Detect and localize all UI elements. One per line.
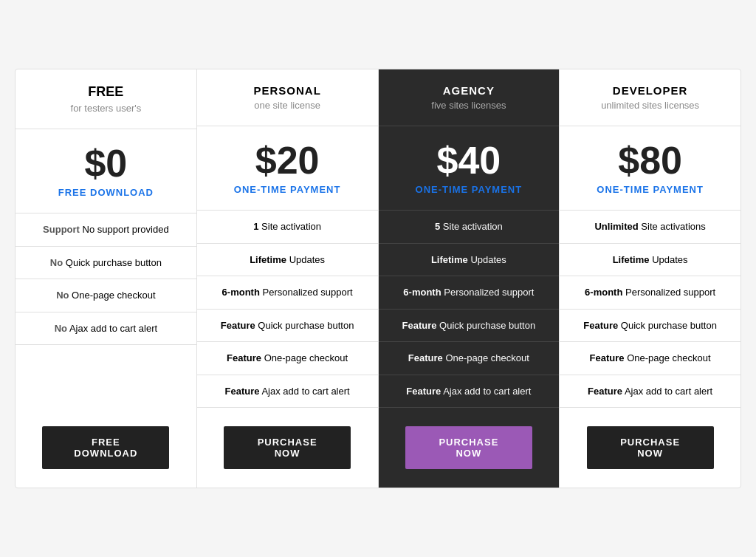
plan-subtitle-agency: five sites licenses <box>390 100 549 111</box>
feature-text-personal-4: One-page checkout <box>261 352 348 363</box>
plan-header-agency: AGENCY five sites licenses <box>379 69 560 126</box>
payment-type-free: FREE DOWNLOAD <box>27 187 185 198</box>
feature-developer-3: Feature Quick purchase button <box>560 310 740 343</box>
plan-cta-developer: PURCHASE NOW <box>560 408 740 488</box>
feature-highlight-agency-2: 6-month <box>403 287 441 298</box>
plan-developer: DEVELOPER unlimited sites licenses $80 O… <box>560 69 740 488</box>
feature-text-personal-0: Site activation <box>258 221 321 232</box>
plan-header-free: FREE for testers user's <box>16 69 196 129</box>
feature-text-developer-1: Updates <box>650 254 688 265</box>
feature-highlight-free-2: No <box>56 290 69 301</box>
feature-text-developer-3: Quick purchase button <box>618 320 717 331</box>
feature-text-developer-0: Site activations <box>639 221 706 232</box>
feature-highlight-free-0: Support <box>43 224 80 235</box>
feature-agency-0: 5 Site activation <box>379 211 560 244</box>
plan-subtitle-personal: one site license <box>208 100 367 111</box>
feature-agency-1: Lifetime Updates <box>379 244 560 277</box>
plan-header-personal: PERSONAL one site license <box>197 69 378 126</box>
feature-free-1: No Quick purchase button <box>16 247 196 280</box>
feature-text-agency-3: Quick purchase button <box>437 320 536 331</box>
feature-personal-0: 1 Site activation <box>197 211 378 244</box>
feature-agency-2: 6-month Personalized support <box>379 276 560 310</box>
feature-text-free-0: No support provided <box>80 224 169 235</box>
payment-type-developer: ONE-TIME PAYMENT <box>571 184 729 195</box>
feature-developer-5: Feature Ajax add to cart alert <box>560 375 740 409</box>
plan-cta-free: FREE DOWNLOAD <box>16 408 196 488</box>
plan-subtitle-free: for testers user's <box>27 103 185 114</box>
feature-personal-1: Lifetime Updates <box>197 244 378 277</box>
plan-price-personal: $20 ONE-TIME PAYMENT <box>197 126 378 211</box>
price-value-developer: $80 <box>571 141 729 180</box>
plan-cta-personal: PURCHASE NOW <box>197 408 378 488</box>
price-value-personal: $20 <box>208 141 367 180</box>
feature-agency-3: Feature Quick purchase button <box>379 310 560 343</box>
plan-header-developer: DEVELOPER unlimited sites licenses <box>560 69 740 126</box>
feature-free-3: No Ajax add to cart alert <box>16 312 196 346</box>
feature-highlight-developer-4: Feature <box>590 352 625 363</box>
plan-name-developer: DEVELOPER <box>571 84 729 97</box>
feature-highlight-developer-2: 6-month <box>585 287 622 298</box>
feature-developer-2: 6-month Personalized support <box>560 276 740 310</box>
feature-highlight-free-1: No <box>50 257 63 268</box>
feature-text-personal-5: Ajax add to cart alert <box>260 386 350 397</box>
feature-highlight-free-3: No <box>55 323 67 334</box>
feature-personal-3: Feature Quick purchase button <box>197 310 378 343</box>
feature-personal-5: Feature Ajax add to cart alert <box>197 375 378 409</box>
plan-price-developer: $80 ONE-TIME PAYMENT <box>560 126 740 211</box>
feature-developer-4: Feature One-page checkout <box>560 342 740 375</box>
feature-text-free-2: One-page checkout <box>69 290 156 301</box>
feature-highlight-personal-3: Feature <box>221 320 255 331</box>
cta-button-agency[interactable]: PURCHASE NOW <box>405 426 532 469</box>
feature-highlight-developer-1: Lifetime <box>613 254 650 265</box>
feature-text-agency-5: Ajax add to cart alert <box>441 386 531 397</box>
price-value-free: $0 <box>27 144 185 182</box>
plan-personal: PERSONAL one site license $20 ONE-TIME P… <box>197 69 379 488</box>
feature-highlight-personal-1: Lifetime <box>250 254 286 265</box>
feature-agency-5: Feature Ajax add to cart alert <box>379 375 560 409</box>
payment-type-personal: ONE-TIME PAYMENT <box>208 184 367 195</box>
feature-highlight-personal-4: Feature <box>227 352 261 363</box>
feature-highlight-agency-3: Feature <box>402 320 437 331</box>
feature-text-personal-1: Updates <box>286 254 325 265</box>
plan-price-agency: $40 ONE-TIME PAYMENT <box>379 126 560 211</box>
feature-free-0: Support No support provided <box>16 213 196 247</box>
plan-price-free: $0 FREE DOWNLOAD <box>16 129 196 213</box>
plan-agency: AGENCY five sites licenses $40 ONE-TIME … <box>379 69 560 488</box>
plan-subtitle-developer: unlimited sites licenses <box>571 100 729 111</box>
plan-cta-agency: PURCHASE NOW <box>379 408 560 488</box>
feature-agency-4: Feature One-page checkout <box>379 342 560 375</box>
plan-name-agency: AGENCY <box>390 84 549 97</box>
feature-text-developer-5: Ajax add to cart alert <box>622 386 712 397</box>
feature-text-free-1: Quick purchase button <box>63 257 162 268</box>
feature-developer-1: Lifetime Updates <box>560 244 740 277</box>
feature-text-personal-3: Quick purchase button <box>255 320 354 331</box>
feature-text-free-3: Ajax add to cart alert <box>67 323 157 334</box>
pricing-table: FREE for testers user's $0 FREE DOWNLOAD… <box>15 69 741 488</box>
feature-highlight-developer-3: Feature <box>583 320 618 331</box>
plan-free: FREE for testers user's $0 FREE DOWNLOAD… <box>16 69 197 488</box>
feature-text-agency-4: One-page checkout <box>443 352 529 363</box>
feature-highlight-developer-5: Feature <box>588 386 622 397</box>
price-value-agency: $40 <box>390 141 549 180</box>
feature-developer-0: Unlimited Site activations <box>560 211 740 244</box>
feature-free-2: No One-page checkout <box>16 279 196 312</box>
feature-highlight-personal-2: 6-month <box>222 287 260 298</box>
feature-highlight-agency-4: Feature <box>408 352 443 363</box>
feature-text-agency-2: Personalized support <box>441 287 535 298</box>
cta-button-developer[interactable]: PURCHASE NOW <box>587 426 714 469</box>
cta-button-free[interactable]: FREE DOWNLOAD <box>42 426 169 469</box>
feature-text-developer-4: One-page checkout <box>625 352 711 363</box>
feature-personal-2: 6-month Personalized support <box>197 276 378 310</box>
feature-highlight-agency-5: Feature <box>406 386 441 397</box>
feature-highlight-personal-5: Feature <box>225 386 260 397</box>
feature-personal-4: Feature One-page checkout <box>197 342 378 375</box>
feature-text-developer-2: Personalized support <box>622 287 715 298</box>
feature-text-personal-2: Personalized support <box>260 287 353 298</box>
plan-name-personal: PERSONAL <box>208 84 367 97</box>
feature-text-agency-1: Updates <box>468 254 506 265</box>
cta-button-personal[interactable]: PURCHASE NOW <box>224 426 351 469</box>
feature-highlight-developer-0: Unlimited <box>594 221 638 232</box>
plan-name-free: FREE <box>27 84 185 100</box>
feature-text-agency-0: Site activation <box>440 221 503 232</box>
payment-type-agency: ONE-TIME PAYMENT <box>390 184 549 195</box>
